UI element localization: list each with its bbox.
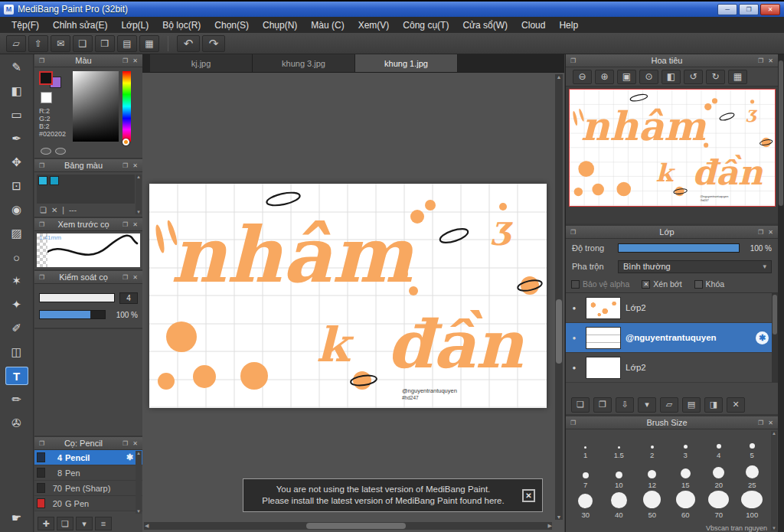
select-pen-tool[interactable]: ✏ (5, 390, 28, 409)
scroll-right-icon[interactable]: ▶ (548, 523, 552, 529)
zoom-reset-button[interactable]: ⊙ (639, 70, 658, 84)
close-icon[interactable]: ✕ (130, 221, 140, 228)
scroll-up-icon[interactable]: ▲ (772, 431, 776, 436)
foreground-color-swatch[interactable] (39, 71, 53, 85)
brush-size-cell[interactable]: 12 (635, 461, 669, 491)
gradient-tool[interactable]: ▨ (5, 224, 28, 243)
add-layer-menu-button[interactable]: ▾ (638, 397, 656, 413)
layer-scroll-thumb[interactable] (773, 295, 777, 335)
brush-size-cell[interactable]: 15 (669, 461, 703, 491)
scroll-down-icon[interactable]: ▼ (772, 526, 776, 530)
visibility-icon[interactable]: ● (567, 335, 581, 341)
visibility-icon[interactable]: ● (567, 364, 581, 371)
horizontal-scroll-thumb[interactable] (306, 523, 406, 529)
lasso-tool[interactable]: ○ (5, 248, 28, 266)
brush-row[interactable]: 8 Pen (34, 465, 142, 481)
brush-size-cell[interactable]: 50 (635, 491, 669, 521)
new-folder-button[interactable]: ▱ (660, 397, 678, 413)
delete-layer-button[interactable]: ✕ (727, 397, 745, 413)
hand-tool[interactable]: ☛ (5, 509, 28, 527)
scroll-up-icon[interactable]: ▲ (136, 451, 141, 455)
brush-size-cell[interactable]: 70 (702, 491, 736, 521)
zoom-in-button[interactable]: ⊕ (595, 70, 614, 84)
close-icon[interactable]: ✕ (130, 57, 140, 64)
minimize-button[interactable]: ─ (717, 4, 737, 15)
shape-brush-tool[interactable]: ▭ (5, 106, 28, 124)
menu-item-color[interactable]: Màu (C) (304, 18, 351, 32)
popout-icon[interactable]: ❐ (37, 274, 47, 281)
navigator-thumbnail[interactable] (569, 89, 776, 207)
bucket-tool[interactable]: ◉ (5, 201, 28, 219)
brush-size-cell[interactable]: 60 (669, 491, 703, 521)
ink-pen-tool[interactable]: ✒ (5, 129, 28, 148)
transfer-layer-button[interactable]: ⇩ (616, 397, 634, 413)
brush-size-cell[interactable]: 1 (569, 431, 603, 461)
layer-row[interactable]: ● Lớp2 (566, 353, 778, 383)
brush-size-cell[interactable]: 7 (569, 461, 603, 491)
brush-list-scrollbar[interactable]: ▲ ▼ (136, 451, 142, 514)
clipping-checkbox[interactable]: ✕ (642, 280, 650, 289)
magic-wand-tool[interactable]: ✶ (5, 272, 28, 290)
brush-size-cell[interactable]: 30 (569, 491, 603, 521)
brush-size-cell[interactable]: 100 (736, 491, 769, 521)
brush-size-cell[interactable]: 25 (736, 461, 769, 491)
layer-list-scrollbar[interactable] (772, 293, 778, 383)
popout-icon[interactable]: ❐ (120, 440, 130, 447)
add-layer-button[interactable]: ❏ (571, 397, 590, 413)
close-icon[interactable]: ✕ (766, 419, 776, 426)
menu-item-view[interactable]: Xem(V) (351, 18, 397, 32)
brush-opacity-slider[interactable] (39, 310, 106, 319)
add-swatch-icon[interactable]: ❏ (40, 206, 47, 214)
brush-row[interactable]: 4 Pencil ✱ (34, 450, 142, 465)
message-icon[interactable]: ✉ (51, 35, 70, 52)
popout-icon[interactable]: ❐ (756, 229, 766, 236)
lock-checkbox[interactable] (694, 280, 703, 289)
layer-thumbnail[interactable] (586, 357, 621, 379)
popout-icon[interactable]: ❐ (120, 221, 130, 228)
brush-row[interactable]: 70 Pen (Sharp) (34, 481, 142, 496)
canvas-horizontal-scrollbar[interactable]: ◀ ▶ (144, 522, 552, 530)
popout-icon[interactable]: ❐ (37, 57, 47, 64)
export-icon[interactable]: ⇧ (28, 35, 48, 52)
new-brush-button[interactable]: ❏ (57, 517, 74, 530)
popout-icon[interactable]: ❐ (756, 419, 766, 426)
brush-size-cell[interactable]: 3 (669, 431, 703, 461)
eyedropper-tool[interactable]: ✇ (5, 414, 28, 432)
tab-kj[interactable]: kj.jpg (150, 54, 253, 72)
saturation-value-square[interactable] (73, 71, 119, 142)
alpha-lock-checkbox[interactable] (571, 280, 580, 289)
layer-row[interactable]: ● @nguyentrantuquyen ✱ (566, 323, 778, 353)
move-tool[interactable]: ✥ (5, 153, 28, 171)
brush-size-cell[interactable]: 20 (702, 461, 736, 491)
fit-screen-button[interactable]: ▣ (617, 70, 636, 84)
reset-view-button[interactable]: ▦ (728, 70, 747, 84)
menu-item-file[interactable]: Tệp(F) (5, 18, 46, 32)
popout-icon[interactable]: ❐ (120, 57, 130, 64)
brush-size-cell[interactable]: 40 (603, 491, 636, 521)
grid-icon[interactable]: ▦ (139, 35, 159, 52)
menu-item-help[interactable]: Help (552, 18, 585, 32)
layer-opacity-slider[interactable] (618, 243, 740, 253)
hue-marker[interactable] (122, 139, 129, 145)
pen-tool[interactable]: ✎ (5, 58, 28, 77)
brush-size-value[interactable]: 4 (119, 292, 138, 304)
menu-item-tools[interactable]: Công cụ(T) (396, 18, 456, 32)
mask-layer-button[interactable]: ◨ (704, 397, 723, 413)
documents-icon[interactable]: ▤ (117, 35, 137, 52)
popout-icon[interactable]: ❐ (120, 162, 130, 169)
visibility-icon[interactable]: ● (567, 305, 581, 312)
close-icon[interactable]: ✕ (130, 274, 140, 281)
brush-row[interactable]: 20 G Pen (34, 496, 142, 511)
delete-swatch-icon[interactable]: ✕ (51, 206, 57, 214)
popout-icon[interactable]: ❐ (568, 419, 578, 426)
layer-row[interactable]: ● Lớp2 (566, 293, 778, 323)
palette-swatch[interactable] (38, 176, 47, 185)
popout-icon[interactable]: ❐ (568, 57, 578, 64)
menu-item-filter[interactable]: Bộ lọc(R) (155, 18, 207, 32)
brush-size-cell[interactable]: 1.5 (603, 431, 636, 461)
brush-size-slider[interactable] (39, 293, 115, 302)
pen-edit-tool[interactable]: ✐ (5, 319, 28, 338)
window-scrollbar[interactable] (778, 54, 784, 532)
popout-icon[interactable]: ❐ (37, 440, 47, 447)
rotate-right-button[interactable]: ↻ (706, 70, 725, 84)
